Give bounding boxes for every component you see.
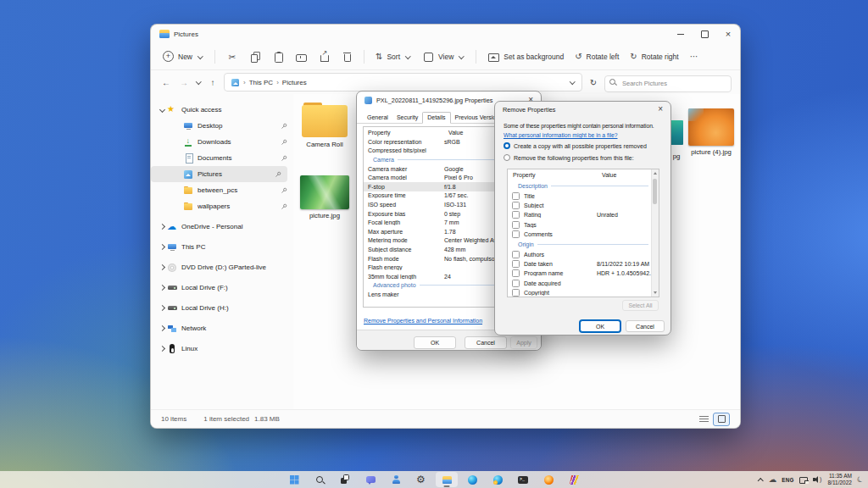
details-view-icon[interactable] — [699, 416, 709, 423]
chevron-down-icon[interactable] — [158, 105, 167, 114]
taskbar-edge-beta-button[interactable] — [487, 472, 509, 487]
cancel-button[interactable]: Cancel — [465, 336, 507, 349]
remove-row-date-taken[interactable]: Date taken8/11/2022 10:19 AM — [508, 259, 652, 269]
select-all-button[interactable]: Select All — [622, 300, 659, 311]
remove-row-copyright[interactable]: Copyright — [508, 288, 652, 297]
ok-button[interactable]: OK — [414, 336, 456, 349]
sidebar-item-between-pcs[interactable]: between_pcs — [151, 182, 293, 198]
radio-remove-properties[interactable]: Remove the following properties from thi… — [504, 154, 634, 161]
network-icon[interactable] — [798, 476, 808, 484]
language-indicator[interactable]: ENG — [782, 477, 793, 483]
checkbox[interactable] — [512, 280, 520, 287]
rotate-right-button[interactable]: ↻ Rotate right — [630, 52, 678, 61]
thumbnail-view-button[interactable] — [713, 413, 730, 426]
paste-button[interactable] — [272, 51, 284, 63]
checkbox[interactable] — [512, 230, 520, 238]
remove-row-rating[interactable]: RatingUnrated — [508, 210, 652, 219]
share-button[interactable] — [318, 51, 330, 63]
minimize-button[interactable] — [669, 25, 693, 43]
remove-row-subject[interactable]: Subject — [508, 201, 652, 210]
new-button[interactable]: New — [163, 51, 203, 62]
sidebar-item-downloads[interactable]: Downloads — [151, 134, 293, 150]
personal-info-link[interactable]: What personal information might be in a … — [504, 132, 618, 138]
taskbar-file-explorer-button[interactable] — [436, 472, 458, 487]
remove-row-tags[interactable]: Tags — [508, 220, 652, 230]
chevron-right-icon[interactable] — [158, 242, 167, 252]
cut-button[interactable]: ✂ — [226, 51, 238, 63]
remove-row-program-name[interactable]: Program nameHDR + 1.0.4505942... — [508, 269, 652, 278]
sidebar-item-this-pc[interactable]: This PC — [151, 239, 293, 255]
delete-button[interactable] — [341, 51, 353, 63]
more-options-button[interactable]: ⋯ — [690, 52, 698, 61]
file-item-picture-jpg[interactable]: picture.jpg — [297, 175, 353, 219]
remove-row-comments[interactable]: Comments — [508, 230, 652, 239]
remove-row-authors[interactable]: Authors — [508, 250, 652, 259]
checkbox[interactable] — [512, 260, 520, 268]
ok-button[interactable]: OK — [580, 320, 620, 332]
taskbar-search-button[interactable] — [309, 472, 331, 487]
sidebar-item-wallpapers[interactable]: wallpapers — [151, 198, 293, 214]
taskbar-task-view-button[interactable] — [334, 472, 356, 487]
clock[interactable]: 11:35 AM 8/11/2022 — [827, 473, 851, 486]
chevron-right-icon[interactable] — [158, 263, 167, 272]
radio-create-copy[interactable]: Create a copy with all possible properti… — [504, 142, 647, 149]
focus-assist-moon-icon[interactable]: ☾ — [855, 474, 865, 485]
taskbar-edge-button[interactable] — [461, 472, 483, 487]
tab-details[interactable]: Details — [422, 112, 450, 125]
sidebar-item-dvd-drive-d-gparted-live[interactable]: DVD Drive (D:) GParted-live — [151, 259, 293, 275]
checkbox[interactable] — [512, 192, 520, 200]
taskbar-brush-button[interactable] — [563, 472, 585, 487]
apply-button[interactable]: Apply — [510, 336, 537, 349]
volume-icon[interactable]: ) — [813, 475, 822, 484]
scrollbar-thumb[interactable] — [653, 179, 657, 204]
rotate-left-button[interactable]: ↺ Rotate left — [575, 52, 619, 61]
sidebar-item-documents[interactable]: Documents — [151, 150, 293, 166]
sidebar-item-pictures[interactable]: Pictures — [151, 166, 287, 182]
copy-button[interactable] — [249, 51, 261, 63]
onedrive-cloud-icon[interactable]: ☁ — [769, 475, 777, 484]
remove-row-date-acquired[interactable]: Date acquired — [508, 279, 652, 288]
remove-row-title[interactable]: Title — [508, 191, 652, 201]
taskbar-people-button[interactable] — [385, 472, 407, 487]
sidebar-item-quick-access[interactable]: Quick access — [151, 102, 293, 118]
taskbar-settings-button[interactable] — [410, 472, 432, 487]
maximize-button[interactable] — [693, 25, 716, 43]
refresh-button[interactable]: ↻ — [587, 78, 600, 87]
sort-button[interactable]: ⇅ Sort — [376, 52, 411, 61]
checkbox[interactable] — [512, 269, 520, 277]
search-input[interactable] — [604, 75, 732, 92]
checkbox[interactable] — [512, 211, 520, 219]
chevron-up-icon[interactable] — [757, 476, 764, 483]
sidebar-item-desktop[interactable]: Desktop — [151, 118, 293, 134]
checkbox[interactable] — [512, 289, 520, 297]
up-button[interactable]: ↑ — [206, 78, 220, 87]
sidebar-item-linux[interactable]: Linux — [151, 341, 293, 357]
chevron-right-icon[interactable] — [158, 303, 167, 313]
tab-general[interactable]: General — [363, 113, 392, 124]
taskbar-terminal-button[interactable] — [512, 472, 534, 487]
address-dropdown-chevron-icon[interactable] — [569, 79, 576, 86]
sidebar-item-local-drive-h[interactable]: Local Drive (H:) — [151, 300, 293, 316]
close-button[interactable]: × — [716, 25, 740, 43]
tab-security[interactable]: Security — [392, 113, 422, 124]
chevron-right-icon[interactable] — [158, 324, 167, 333]
taskbar-firefox-button[interactable] — [537, 472, 559, 487]
back-button[interactable]: ← — [159, 78, 173, 87]
taskbar-start-button[interactable] — [283, 472, 305, 487]
taskbar-chat-button[interactable] — [359, 472, 381, 487]
recent-locations-chevron-icon[interactable] — [195, 79, 202, 86]
checkbox[interactable] — [512, 221, 520, 229]
sidebar-item-local-drive-f[interactable]: Local Drive (F:) — [151, 280, 293, 296]
chevron-right-icon[interactable] — [158, 344, 167, 353]
explorer-tab[interactable]: Pictures — [151, 25, 207, 43]
chevron-right-icon[interactable] — [158, 283, 167, 292]
sidebar-item-network[interactable]: Network — [151, 320, 293, 336]
file-item-picture-4-jpg[interactable]: picture (4).jpg — [686, 108, 737, 156]
set-as-background-button[interactable]: Set as background — [487, 51, 564, 63]
breadcrumb-pictures[interactable]: Pictures — [282, 79, 307, 86]
scrollbar[interactable] — [651, 169, 659, 297]
forward-button[interactable]: → — [177, 78, 191, 87]
sidebar-item-onedrive-personal[interactable]: OneDrive - Personal — [151, 219, 293, 235]
chevron-right-icon[interactable] — [158, 222, 167, 231]
view-button[interactable]: View — [422, 51, 465, 63]
